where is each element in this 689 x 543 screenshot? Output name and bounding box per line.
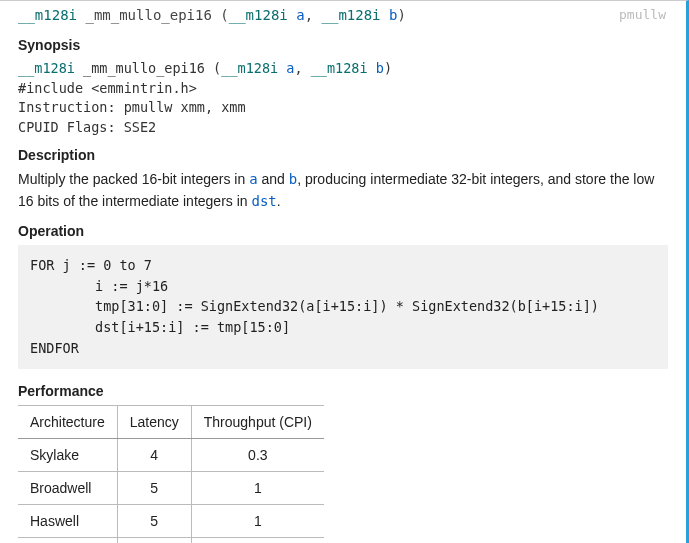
signature-line: __m128i _mm_mullo_epi16 (__m128i a, __m1… [18,5,668,31]
operation-block: FOR j := 0 to 7 i := j*16 tmp[31:0] := S… [18,245,668,370]
comma: , [305,7,313,23]
synopsis-signature: __m128i _mm_mullo_epi16 (__m128i a, __m1… [18,59,668,79]
table-row: Ivy Bridge 5 1 [18,538,324,543]
table-header-row: Architecture Latency Throughput (CPI) [18,406,324,439]
desc-code-a: a [249,171,257,187]
include-line: #include <emmintrin.h> [18,79,668,99]
performance-table: Architecture Latency Throughput (CPI) Sk… [18,405,324,543]
close-paren: ) [397,7,405,23]
cell-arch: Haswell [18,505,117,538]
desc-text-1: Multiply the packed 16-bit integers in [18,171,249,187]
desc-code-dst: dst [251,193,276,209]
col-latency: Latency [117,406,191,439]
description-heading: Description [18,147,668,163]
desc-text-4: . [277,193,281,209]
syn-return-type: __m128i [18,60,75,76]
syn-p2-name: b [376,60,384,76]
table-row: Skylake 4 0.3 [18,439,324,472]
syn-p1-type: __m128i [221,60,278,76]
cell-arch: Broadwell [18,472,117,505]
syn-comma: , [294,60,302,76]
synopsis-block: __m128i _mm_mullo_epi16 (__m128i a, __m1… [18,59,668,137]
cell-latency: 4 [117,439,191,472]
cell-throughput: 0.3 [191,439,324,472]
param1-type: __m128i [229,7,288,23]
performance-heading: Performance [18,383,668,399]
cell-latency: 5 [117,505,191,538]
return-type: __m128i [18,7,77,23]
cell-throughput: 1 [191,538,324,543]
cell-throughput: 1 [191,472,324,505]
cell-latency: 5 [117,472,191,505]
operation-heading: Operation [18,223,668,239]
syn-close-paren: ) [384,60,392,76]
intrinsic-doc-page: __m128i _mm_mullo_epi16 (__m128i a, __m1… [0,0,689,543]
open-paren: ( [220,7,228,23]
instruction-tag: pmullw [619,7,666,22]
desc-text-2: and [258,171,289,187]
table-row: Haswell 5 1 [18,505,324,538]
syn-p2-type: __m128i [311,60,368,76]
synopsis-heading: Synopsis [18,37,668,53]
func-name: _mm_mullo_epi16 [85,7,211,23]
syn-func-name: _mm_mullo_epi16 [83,60,205,76]
cpuid-line: CPUID Flags: SSE2 [18,118,668,138]
table-row: Broadwell 5 1 [18,472,324,505]
col-throughput: Throughput (CPI) [191,406,324,439]
col-architecture: Architecture [18,406,117,439]
desc-code-b: b [289,171,297,187]
cell-arch: Ivy Bridge [18,538,117,543]
description-text: Multiply the packed 16-bit integers in a… [18,169,668,212]
param2-type: __m128i [322,7,381,23]
instruction-line: Instruction: pmullw xmm, xmm [18,98,668,118]
cell-latency: 5 [117,538,191,543]
cell-arch: Skylake [18,439,117,472]
param1-name: a [296,7,304,23]
cell-throughput: 1 [191,505,324,538]
